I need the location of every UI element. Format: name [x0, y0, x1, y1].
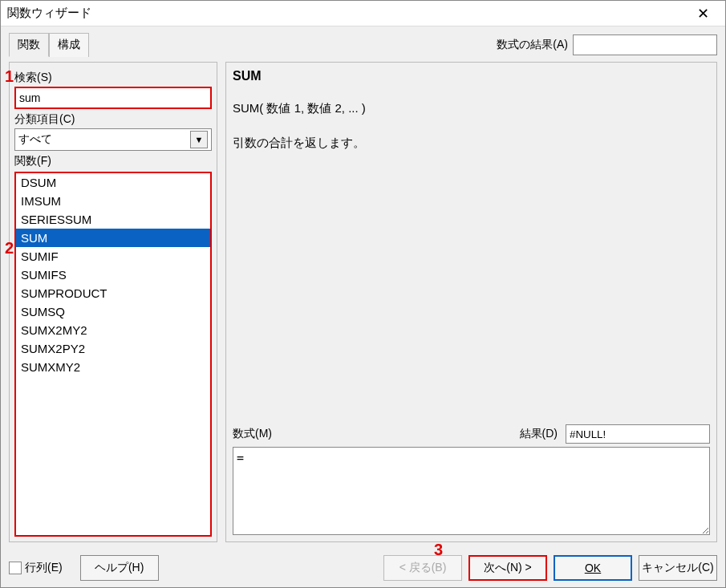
function-item[interactable]: SUMXMY2	[16, 358, 210, 376]
selected-function-name: SUM	[233, 69, 710, 83]
function-item[interactable]: SUMX2PY2	[16, 339, 210, 358]
function-item[interactable]: SUM	[16, 229, 210, 247]
help-button[interactable]: ヘルプ(H)	[80, 555, 159, 581]
close-icon: ✕	[697, 5, 709, 22]
matrix-checkbox[interactable]	[9, 562, 22, 574]
tab-functions[interactable]: 関数	[9, 33, 49, 57]
function-item[interactable]: DSUM	[16, 173, 210, 192]
function-wizard-window: 関数ウィザード ✕ 関数 構成 数式の結果(A) 1 検索(S) 分類項目(C)…	[0, 0, 726, 588]
function-list-label: 関数(F)	[14, 154, 212, 168]
chevron-down-icon: ▼	[195, 135, 204, 144]
function-syntax: SUM( 数値 1, 数値 2, ... )	[233, 101, 710, 116]
function-item[interactable]: SUMPRODUCT	[16, 284, 210, 302]
formula-input[interactable]	[233, 447, 710, 535]
tab-bar: 関数 構成	[9, 33, 89, 57]
cancel-button[interactable]: キャンセル(C)	[639, 555, 717, 581]
callout-2: 2	[5, 239, 14, 258]
search-label: 検索(S)	[14, 71, 212, 85]
function-description: 引数の合計を返します。	[233, 136, 710, 151]
result-value-input[interactable]	[566, 424, 710, 444]
left-pane: 1 検索(S) 分類項目(C) すべて ▼ 関数(F) 2 DSUMIMSUMS…	[9, 62, 217, 542]
ok-button[interactable]: OK	[554, 555, 632, 581]
function-item[interactable]: IMSUM	[16, 192, 210, 210]
function-list[interactable]: DSUMIMSUMSERIESSUMSUMSUMIFSUMIFSSUMPRODU…	[14, 172, 212, 537]
bottom-bar: 行列(E) ヘルプ(H) < 戻る(B) 3 次へ(N) > OK キャンセル(…	[1, 550, 725, 587]
result-label-small: 結果(D)	[520, 427, 558, 441]
formula-result-label: 数式の結果(A)	[497, 38, 568, 52]
tab-structure[interactable]: 構成	[49, 33, 89, 57]
body: 1 検索(S) 分類項目(C) すべて ▼ 関数(F) 2 DSUMIMSUMS…	[9, 62, 717, 542]
back-button: < 戻る(B)	[383, 555, 462, 581]
callout-1: 1	[5, 67, 14, 86]
category-select[interactable]: すべて ▼	[14, 128, 212, 151]
matrix-label: 行列(E)	[25, 561, 63, 575]
formula-row: 数式(M) 結果(D)	[233, 424, 710, 444]
content-area: 関数 構成 数式の結果(A) 1 検索(S) 分類項目(C) すべて ▼ 関数(…	[1, 26, 725, 550]
formula-label: 数式(M)	[233, 427, 272, 441]
top-row: 関数 構成 数式の結果(A)	[9, 33, 717, 57]
function-item[interactable]: SUMX2MY2	[16, 321, 210, 339]
function-item[interactable]: SUMIFS	[16, 266, 210, 284]
right-pane: SUM SUM( 数値 1, 数値 2, ... ) 引数の合計を返します。 数…	[225, 62, 717, 542]
category-label: 分類項目(C)	[14, 112, 212, 127]
titlebar: 関数ウィザード ✕	[1, 1, 725, 26]
window-title: 関数ウィザード	[7, 6, 687, 21]
next-button[interactable]: 次へ(N) >	[468, 555, 547, 581]
spacer	[233, 151, 710, 424]
matrix-checkbox-wrap[interactable]: 行列(E)	[9, 561, 63, 575]
formula-result-input[interactable]	[573, 34, 717, 55]
close-button[interactable]: ✕	[687, 2, 719, 25]
function-item[interactable]: SUMSQ	[16, 302, 210, 321]
dropdown-button[interactable]: ▼	[190, 131, 208, 148]
search-input[interactable]	[14, 87, 212, 109]
function-item[interactable]: SERIESSUM	[16, 210, 210, 229]
function-item[interactable]: SUMIF	[16, 247, 210, 266]
callout-3: 3	[434, 541, 443, 559]
category-value: すべて	[18, 132, 190, 147]
